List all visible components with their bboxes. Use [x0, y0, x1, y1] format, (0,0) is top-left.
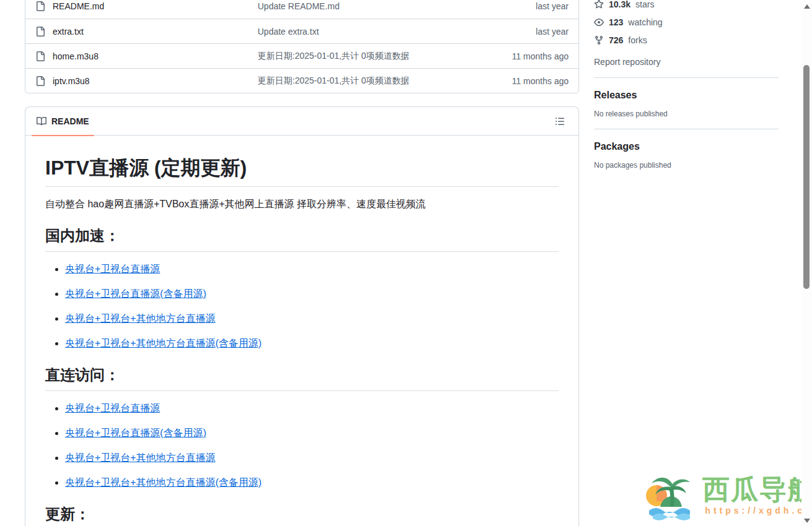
commit-date: last year [469, 1, 569, 11]
commit-message-link[interactable]: Update extra.txt [258, 27, 469, 37]
section-heading-domestic: 国内加速： [45, 226, 559, 252]
sidebar-divider [594, 77, 779, 78]
list-item: 央视台+卫视台+其他地方台直播源(含备用源) [65, 336, 559, 351]
watching-stat[interactable]: 123 watching [594, 15, 779, 30]
table-row[interactable]: home.m3u8 更新日期:2025-01-01,共计 0项频道数据 11 m… [25, 43, 578, 68]
list-item: 央视台+卫视台+其他地方台直播源 [65, 451, 559, 465]
commit-date: last year [469, 27, 569, 37]
section-heading-direct: 直连访问： [45, 366, 559, 391]
releases-empty-text: No releases published [594, 110, 779, 118]
table-row[interactable]: extra.txt Update extra.txt last year [25, 19, 578, 43]
list-item: 央视台+卫视台+其他地方台直播源 [65, 311, 559, 326]
commit-date: 11 months ago [469, 76, 569, 86]
watching-label: watching [628, 17, 662, 27]
report-repository-link[interactable]: Report repository [594, 57, 660, 67]
watermark: 西瓜导航 https://xgdh.cn [643, 468, 812, 522]
active-tab-indicator [32, 135, 94, 136]
forks-label: forks [628, 35, 647, 45]
forks-stat[interactable]: 726 forks [594, 33, 779, 48]
star-icon [594, 0, 604, 9]
file-icon [35, 76, 45, 86]
stars-stat[interactable]: 10.3k stars [594, 0, 779, 12]
file-name-link[interactable]: iptv.m3u8 [53, 76, 90, 86]
sidebar-divider [594, 129, 779, 129]
list-item: 央视台+卫视台直播源(含备用源) [65, 287, 559, 301]
table-row[interactable]: README.md Update README.md last year [25, 0, 578, 19]
stream-link[interactable]: 央视台+卫视台直播源(含备用源) [65, 288, 206, 299]
stream-link[interactable]: 央视台+卫视台直播源 [65, 264, 160, 274]
commit-date: 11 months ago [469, 51, 569, 61]
stars-label: stars [635, 0, 654, 9]
eye-icon [594, 17, 604, 27]
repo-page: README.md Update README.md last year ext… [0, 0, 812, 526]
stream-link[interactable]: 央视台+卫视台+其他地方台直播源(含备用源) [65, 477, 261, 488]
list-unordered-icon [555, 116, 565, 126]
stream-link[interactable]: 央视台+卫视台+其他地方台直播源 [65, 452, 216, 463]
tab-readme[interactable]: README [30, 107, 95, 136]
stream-link[interactable]: 央视台+卫视台+其他地方台直播源(含备用源) [65, 338, 261, 348]
forks-count: 726 [609, 35, 623, 45]
link-list-domestic: 央视台+卫视台直播源 央视台+卫视台直播源(含备用源) 央视台+卫视台+其他地方… [45, 262, 559, 351]
commit-message-link[interactable]: Update README.md [258, 1, 469, 11]
readme-header: README [25, 107, 578, 136]
readme-title: IPTV直播源 (定期更新) [45, 155, 559, 187]
fork-icon [594, 35, 604, 45]
watermark-url: https://xgdh.cn [705, 506, 812, 515]
packages-empty-text: No packages published [594, 161, 779, 170]
scroll-down-arrow-icon[interactable] [804, 519, 810, 523]
table-row[interactable]: iptv.m3u8 更新日期:2025-01-01,共计 0项频道数据 11 m… [25, 68, 578, 93]
file-name-link[interactable]: README.md [53, 1, 104, 11]
file-name-link[interactable]: extra.txt [53, 27, 84, 37]
readme-tab-label: README [51, 116, 89, 126]
commit-message-link[interactable]: 更新日期:2025-01-01,共计 0项频道数据 [258, 51, 469, 62]
commit-message-link[interactable]: 更新日期:2025-01-01,共计 0项频道数据 [258, 75, 469, 87]
stream-link[interactable]: 央视台+卫视台直播源 [65, 403, 160, 413]
outline-icon[interactable] [551, 113, 569, 130]
stream-link[interactable]: 央视台+卫视台+其他地方台直播源 [65, 313, 216, 324]
vertical-scrollbar[interactable] [801, 0, 812, 526]
palm-island-logo [643, 468, 697, 522]
list-item: 央视台+卫视台直播源(含备用源) [65, 426, 559, 441]
book-icon [37, 116, 46, 126]
stream-link[interactable]: 央视台+卫视台直播源(含备用源) [65, 428, 206, 438]
section-heading-update: 更新： [45, 505, 559, 526]
releases-heading: Releases [594, 90, 779, 101]
repo-sidebar: 10.3k stars 123 watching 726 forks Repor… [594, 0, 779, 171]
stars-count: 10.3k [609, 0, 631, 9]
file-icon [35, 1, 45, 11]
scroll-up-arrow-icon[interactable] [804, 4, 810, 9]
list-item: 央视台+卫视台+其他地方台直播源(含备用源) [65, 475, 559, 490]
watermark-title: 西瓜导航 [702, 475, 812, 504]
readme-intro: 自动整合 hao趣网直播源+TVBox直播源+其他网上直播源 择取分辨率、速度最… [45, 197, 559, 212]
releases-section: Releases No releases published [594, 88, 779, 118]
readme-content: IPTV直播源 (定期更新) 自动整合 hao趣网直播源+TVBox直播源+其他… [25, 136, 578, 526]
packages-section: Packages No packages published [594, 140, 779, 170]
readme-panel: README IPTV直播源 (定期更新) 自动整合 hao趣网直播源+TVBo… [25, 106, 579, 526]
watching-count: 123 [609, 17, 623, 27]
list-item: 央视台+卫视台直播源 [65, 401, 559, 416]
file-table: README.md Update README.md last year ext… [25, 0, 579, 93]
scrollbar-thumb[interactable] [803, 65, 810, 289]
file-icon [35, 27, 45, 37]
packages-heading: Packages [594, 141, 779, 152]
list-item: 央视台+卫视台直播源 [65, 262, 559, 277]
file-name-link[interactable]: home.m3u8 [53, 51, 98, 61]
link-list-direct: 央视台+卫视台直播源 央视台+卫视台直播源(含备用源) 央视台+卫视台+其他地方… [45, 401, 559, 490]
file-icon [35, 51, 45, 61]
